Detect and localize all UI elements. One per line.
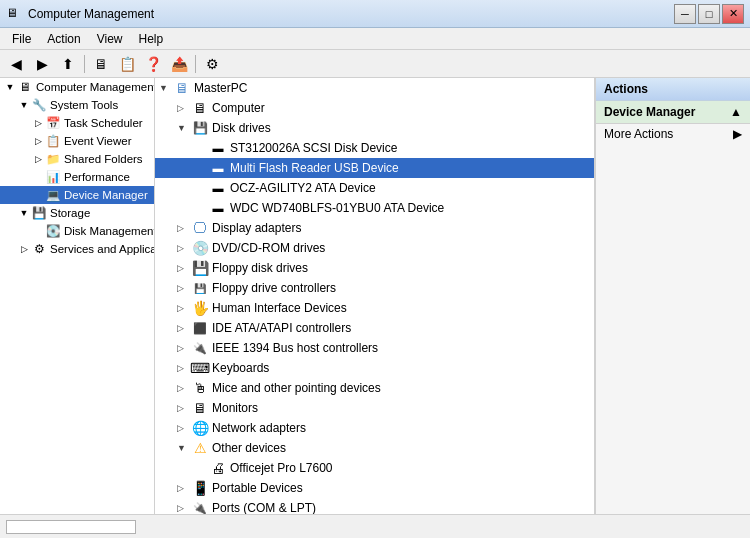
right-panel: Actions Device Manager ▲ More Actions ▶ xyxy=(595,78,750,514)
dev-disk-drives[interactable]: ▼ 💾 Disk drives xyxy=(155,118,594,138)
dev-other[interactable]: ▼ ⚠ Other devices xyxy=(155,438,594,458)
toolbar-configure[interactable]: ⚙ xyxy=(200,53,224,75)
icon-ports: 🔌 xyxy=(191,500,209,514)
dev-ports[interactable]: ▷ 🔌 Ports (COM & LPT) xyxy=(155,498,594,514)
dev-ocz[interactable]: ▬ OCZ-AGILITY2 ATA Device xyxy=(155,178,594,198)
tree-computer-management[interactable]: ▼ 🖥 Computer Management xyxy=(0,78,154,96)
status-scroll[interactable] xyxy=(6,520,136,534)
expander-hid[interactable]: ▷ xyxy=(177,303,191,313)
menu-view[interactable]: View xyxy=(89,30,131,48)
dev-floppy-ctrl[interactable]: ▷ 💾 Floppy drive controllers xyxy=(155,278,594,298)
expander-ev[interactable]: ▷ xyxy=(32,135,44,147)
minimize-button[interactable]: ─ xyxy=(674,4,696,24)
expander-cm[interactable]: ▼ xyxy=(4,81,16,93)
expander-portable[interactable]: ▷ xyxy=(177,483,191,493)
close-button[interactable]: ✕ xyxy=(722,4,744,24)
tree-device-manager[interactable]: 💻 Device Manager xyxy=(0,186,154,204)
dev-dvd[interactable]: ▷ 💿 DVD/CD-ROM drives xyxy=(155,238,594,258)
icon-display: 🖵 xyxy=(191,220,209,236)
expander-masterpc[interactable]: ▼ xyxy=(159,83,173,93)
icon-disk-mgmt: 💽 xyxy=(45,223,61,239)
expander-other[interactable]: ▼ xyxy=(177,443,191,453)
dev-officejet[interactable]: 🖨 Officejet Pro L7600 xyxy=(155,458,594,478)
dev-scsi[interactable]: ▬ ST3120026A SCSI Disk Device xyxy=(155,138,594,158)
expander-computer[interactable]: ▷ xyxy=(177,103,191,113)
icon-wdc: ▬ xyxy=(209,200,227,216)
dev-flash-reader[interactable]: ▬ Multi Flash Reader USB Device xyxy=(155,158,594,178)
label-computer: Computer xyxy=(212,101,265,115)
toolbar-help[interactable]: ❓ xyxy=(141,53,165,75)
expander-ieee[interactable]: ▷ xyxy=(177,343,191,353)
expander-floppy-ctrl[interactable]: ▷ xyxy=(177,283,191,293)
expander-dvd[interactable]: ▷ xyxy=(177,243,191,253)
menu-file[interactable]: File xyxy=(4,30,39,48)
expander-disk-drives[interactable]: ▼ xyxy=(177,123,191,133)
dev-ide[interactable]: ▷ ⬛ IDE ATA/ATAPI controllers xyxy=(155,318,594,338)
action-device-manager[interactable]: Device Manager ▲ xyxy=(596,101,750,124)
expander-ide[interactable]: ▷ xyxy=(177,323,191,333)
tree-services[interactable]: ▷ ⚙ Services and Applicat xyxy=(0,240,154,258)
toolbar-forward[interactable]: ▶ xyxy=(30,53,54,75)
label-ev: Event Viewer xyxy=(64,135,132,147)
center-panel[interactable]: ▼ 🖥 MasterPC ▷ 🖥 Computer ▼ 💾 Disk drive… xyxy=(155,78,595,514)
toolbar-properties[interactable]: 📋 xyxy=(115,53,139,75)
expander-mouse[interactable]: ▷ xyxy=(177,383,191,393)
dev-display[interactable]: ▷ 🖵 Display adapters xyxy=(155,218,594,238)
maximize-button[interactable]: □ xyxy=(698,4,720,24)
dev-hid[interactable]: ▷ 🖐 Human Interface Devices xyxy=(155,298,594,318)
label-disk-drives: Disk drives xyxy=(212,121,271,135)
expander-display[interactable]: ▷ xyxy=(177,223,191,233)
toolbar-up[interactable]: ⬆ xyxy=(56,53,80,75)
window-controls[interactable]: ─ □ ✕ xyxy=(674,4,744,24)
tree-system-tools[interactable]: ▼ 🔧 System Tools xyxy=(0,96,154,114)
dev-floppy[interactable]: ▷ 💾 Floppy disk drives xyxy=(155,258,594,278)
expander-ts[interactable]: ▷ xyxy=(32,117,44,129)
expander-network[interactable]: ▷ xyxy=(177,423,191,433)
expander-perf[interactable] xyxy=(32,171,44,183)
dev-computer[interactable]: ▷ 🖥 Computer xyxy=(155,98,594,118)
tree-disk-management[interactable]: 💽 Disk Management xyxy=(0,222,154,240)
expander-stor[interactable]: ▼ xyxy=(18,207,30,219)
expander-monitor[interactable]: ▷ xyxy=(177,403,191,413)
icon-network: 🌐 xyxy=(191,420,209,436)
icon-computer-node: 🖥 xyxy=(191,100,209,116)
expander-sf[interactable]: ▷ xyxy=(32,153,44,165)
expander-st[interactable]: ▼ xyxy=(18,99,30,111)
icon-st: 🔧 xyxy=(31,97,47,113)
toolbar-back[interactable]: ◀ xyxy=(4,53,28,75)
dev-wdc[interactable]: ▬ WDC WD740BLFS-01YBU0 ATA Device xyxy=(155,198,594,218)
action-dm-arrow: ▲ xyxy=(730,105,742,119)
icon-scsi: ▬ xyxy=(209,140,227,156)
toolbar-show-console[interactable]: 🖥 xyxy=(89,53,113,75)
dev-keyboard[interactable]: ▷ ⌨ Keyboards xyxy=(155,358,594,378)
dev-network[interactable]: ▷ 🌐 Network adapters xyxy=(155,418,594,438)
expander-disk-mgmt[interactable] xyxy=(32,225,44,237)
icon-dm: 💻 xyxy=(45,187,61,203)
dev-monitor[interactable]: ▷ 🖥 Monitors xyxy=(155,398,594,418)
expander-keyboard[interactable]: ▷ xyxy=(177,363,191,373)
dev-mouse[interactable]: ▷ 🖱 Mice and other pointing devices xyxy=(155,378,594,398)
tree-performance[interactable]: 📊 Performance xyxy=(0,168,154,186)
expander-svc[interactable]: ▷ xyxy=(18,243,30,255)
icon-flash: ▬ xyxy=(209,160,227,176)
label-scsi: ST3120026A SCSI Disk Device xyxy=(230,141,397,155)
expander-floppy[interactable]: ▷ xyxy=(177,263,191,273)
icon-cm: 🖥 xyxy=(17,79,33,95)
expander-dm[interactable] xyxy=(32,189,44,201)
menu-help[interactable]: Help xyxy=(131,30,172,48)
dev-ieee[interactable]: ▷ 🔌 IEEE 1394 Bus host controllers xyxy=(155,338,594,358)
toolbar-export[interactable]: 📤 xyxy=(167,53,191,75)
tree-storage[interactable]: ▼ 💾 Storage xyxy=(0,204,154,222)
label-cm: Computer Management xyxy=(36,81,155,93)
tree-shared-folders[interactable]: ▷ 📁 Shared Folders xyxy=(0,150,154,168)
label-wdc: WDC WD740BLFS-01YBU0 ATA Device xyxy=(230,201,444,215)
dev-masterpc[interactable]: ▼ 🖥 MasterPC xyxy=(155,78,594,98)
expander-ports[interactable]: ▷ xyxy=(177,503,191,513)
dev-portable[interactable]: ▷ 📱 Portable Devices xyxy=(155,478,594,498)
tree-event-viewer[interactable]: ▷ 📋 Event Viewer xyxy=(0,132,154,150)
icon-officejet: 🖨 xyxy=(209,460,227,476)
tree-task-scheduler[interactable]: ▷ 📅 Task Scheduler xyxy=(0,114,154,132)
label-hid: Human Interface Devices xyxy=(212,301,347,315)
action-more[interactable]: More Actions ▶ xyxy=(596,124,750,144)
menu-action[interactable]: Action xyxy=(39,30,88,48)
